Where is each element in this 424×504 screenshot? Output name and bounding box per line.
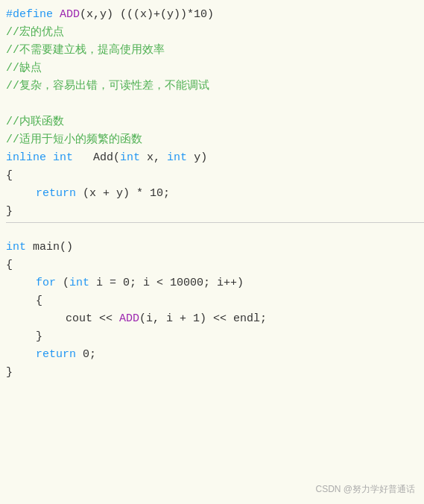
int-keyword-main: int (6, 239, 26, 256)
cout-text: cout << (66, 310, 119, 328)
code-line-11: return (x + y) * 10; (6, 185, 424, 203)
code-line-7: //内联函数 (6, 113, 424, 131)
code-line-19: } (6, 328, 424, 346)
int-keyword: int (53, 149, 73, 167)
code-line-separator (6, 221, 424, 239)
code-line-1: #define ADD(x,y) (((x)+(y))*10) (6, 6, 424, 24)
code-line-12: } (6, 203, 424, 221)
code-line-3: //不需要建立栈，提高使用效率 (6, 42, 424, 60)
code-line-21: } (6, 364, 424, 382)
macro-call: ADD (119, 310, 139, 328)
macro-name: ADD (60, 6, 80, 24)
code-line-9: inline int Add(int x, int y) (6, 149, 424, 167)
code-line-10: { (6, 167, 424, 185)
comment: //内联函数 (6, 113, 64, 131)
comment: //宏的优点 (6, 24, 64, 42)
inline-keyword: inline (6, 149, 46, 167)
code-line-15: { (6, 256, 424, 274)
code-line-8: //适用于短小的频繁的函数 (6, 131, 424, 149)
macro-params: (x,y) (((x)+(y))*10) (80, 6, 214, 24)
code-line-17: { (6, 292, 424, 310)
preprocessor-keyword: #define (6, 6, 60, 24)
int-keyword-for: int (69, 274, 89, 292)
code-editor: #define ADD(x,y) (((x)+(y))*10) //宏的优点 /… (0, 0, 424, 504)
comment: //缺点 (6, 60, 42, 78)
endl-text: endl; (233, 310, 267, 328)
comment: //不需要建立栈，提高使用效率 (6, 42, 165, 60)
code-line-6 (6, 95, 424, 113)
watermark: CSDN @努力学好普通话 (315, 482, 415, 497)
return-keyword-main: return (36, 346, 76, 364)
param-type1: int (120, 149, 140, 167)
code-line-20: return 0; (6, 346, 424, 364)
code-line-5: //复杂，容易出错，可读性差，不能调试 (6, 78, 424, 95)
for-keyword: for (36, 274, 56, 292)
comment: //适用于短小的频繁的函数 (6, 131, 142, 149)
code-line-18: cout << ADD(i, i + 1) << endl; (6, 310, 424, 328)
comment: //复杂，容易出错，可读性差，不能调试 (6, 78, 209, 95)
function-name: Add( (93, 149, 120, 167)
return-keyword: return (36, 185, 76, 203)
param-type2: int (167, 149, 187, 167)
code-line-2: //宏的优点 (6, 24, 424, 42)
code-line-14: int main() (6, 239, 424, 256)
code-line-4: //缺点 (6, 60, 424, 78)
code-line-16: for (int i = 0; i < 10000; i++) (6, 274, 424, 292)
